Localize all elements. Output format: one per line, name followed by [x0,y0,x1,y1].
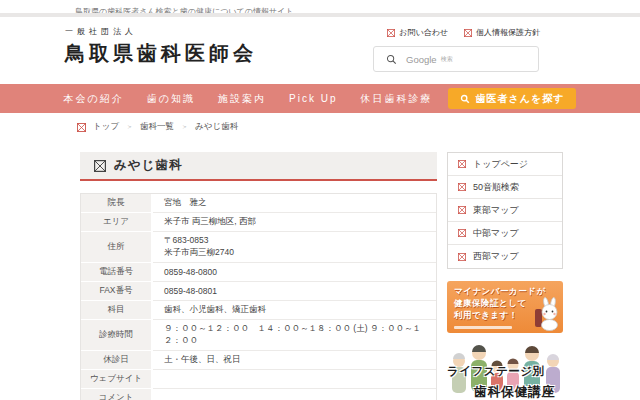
table-row-value: 宮地 雅之 [153,194,436,213]
broken-image-icon [387,29,395,37]
table-row: 電話番号 0859-48-0800 [81,263,436,282]
header: 一般社団法人 鳥取県歯科医師会 お問い合わせ 個人情報保護方針 Google 検… [0,17,640,84]
nav-item[interactable]: 本会の紹介 [64,92,124,106]
nav-item[interactable]: 施設案内 [218,92,266,106]
banner-lifestage-title: ライフステージ別 [447,364,545,379]
table-row-value: 米子市 両三柳地区, 西部 [153,213,436,232]
rabbit-mascot-icon [534,297,560,331]
broken-image-icon [458,253,466,261]
breadcrumb-separator: ＞ [126,122,133,132]
sidebar-menu-item[interactable]: トップページ [448,153,562,176]
table-row-label: 休診日 [81,351,153,370]
banner-lifestage-subtitle: 歯科保健講座 [474,383,555,400]
breadcrumb-home[interactable]: トップ [93,121,119,133]
broken-image-icon [77,123,86,132]
find-dentist-button-label: 歯医者さんを探す [475,92,564,106]
table-row-value: 0859-48-0800 [153,263,436,282]
nav-item[interactable]: Pick Up [289,93,337,104]
sidebar-menu-item[interactable]: 中部マップ [448,222,562,245]
broken-image-icon [458,183,466,191]
clinic-title-bar: みやじ歯科 [80,152,437,181]
sidebar-menu-item[interactable]: 東部マップ [448,199,562,222]
broken-image-icon [458,229,466,237]
contact-link-label: お問い合わせ [399,27,448,38]
sidebar-menu-item-label: 中部マップ [473,227,519,240]
table-row-value: 歯科、小児歯科、矯正歯科 [153,301,436,320]
table-row: エリア 米子市 両三柳地区, 西部 [81,213,436,232]
site-tagline-bar: 鳥取県の歯科医者さん検索と歯の健康についての情報サイト [0,0,640,13]
table-row-value: ９：００～１２：００ １４：００～１８：００ (土) ９：００～１２：００ [153,320,436,351]
main-nav-items: 本会の紹介 歯の知識 施設案内 Pick Up 休日歯科診療 [64,92,433,106]
find-dentist-button[interactable]: 歯医者さんを探す [448,88,576,109]
privacy-policy-link[interactable]: 個人情報保護方針 [464,27,540,38]
org-name-label: 鳥取県歯科医師会 [65,40,257,67]
table-row-label: 院長 [81,194,153,213]
sidebar-menu-item-label: 西部マップ [473,250,519,263]
search-icon [386,54,397,65]
main-nav: 本会の紹介 歯の知識 施設案内 Pick Up 休日歯科診療 歯医者さんを探す [0,84,640,113]
breadcrumb: トップ ＞ 歯科一覧 ＞ みやじ歯科 [77,121,238,133]
table-row-value: 0859-48-0801 [153,282,436,301]
table-row-label: コメント [81,389,153,400]
broken-image-icon [464,29,472,37]
table-row-value [153,389,436,400]
google-search-input[interactable]: Google 検索 [373,46,539,72]
broken-image-icon [458,160,466,168]
search-placeholder-brand: Google [406,54,437,65]
sidebar-menu-item-label: 50音順検索 [473,181,519,194]
table-row: 科目 歯科、小児歯科、矯正歯科 [81,301,436,320]
table-row: ウェブサイト [81,370,436,389]
banner-url-stripe [454,326,512,329]
table-row-label: FAX番号 [81,282,153,301]
table-row-label: エリア [81,213,153,232]
broken-image-icon [458,206,466,214]
header-links: お問い合わせ 個人情報保護方針 [387,27,540,38]
sidebar-menu: トップページ 50音順検索 東部マップ 中部マップ [447,152,563,269]
table-row: 診療時間 ９：００～１２：００ １４：００～１８：００ (土) ９：００～１２：… [81,320,436,351]
sidebar-menu-item[interactable]: 西部マップ [448,245,562,268]
site-logo[interactable]: 一般社団法人 鳥取県歯科医師会 [65,26,257,67]
table-row-value: 土・午後、日、祝日 [153,351,436,370]
contact-link[interactable]: お問い合わせ [387,27,448,38]
table-row: 休診日 土・午後、日、祝日 [81,351,436,370]
main-content: みやじ歯科 院長 宮地 雅之 エリア 米子市 両三柳地区, 西部 住所 〒683… [80,152,437,400]
table-row-label: 住所 [81,232,153,263]
table-row: コメント [81,389,436,400]
nav-item[interactable]: 休日歯科診療 [360,92,432,106]
table-row-value: 〒683-0853 米子市両三柳2740 [153,232,436,263]
sidebar: トップページ 50音順検索 東部マップ 中部マップ [447,152,563,400]
breadcrumb-separator: ＞ [181,122,188,132]
table-row-label: ウェブサイト [81,370,153,389]
table-row: 院長 宮地 雅之 [81,194,436,213]
sidebar-menu-item[interactable]: 50音順検索 [448,176,562,199]
lifestage-lecture-banner[interactable]: ライフステージ別 歯科保健講座 [447,341,563,400]
search-icon [460,94,470,104]
breadcrumb-list[interactable]: 歯科一覧 [140,121,174,133]
breadcrumb-current: みやじ歯科 [195,121,238,133]
sidebar-menu-item-label: 東部マップ [473,204,519,217]
table-row-label: 電話番号 [81,263,153,282]
table-row-value [153,370,436,389]
broken-image-icon [94,160,106,172]
table-row-label: 診療時間 [81,320,153,351]
mynumber-insurance-banner[interactable]: マイナンバーカードが 健康保険証として 利用できます！ [447,281,563,333]
table-row: FAX番号 0859-48-0801 [81,282,436,301]
org-type-label: 一般社団法人 [65,26,257,37]
search-placeholder-label: 検索 [441,55,453,64]
privacy-policy-link-label: 個人情報保護方針 [476,27,540,38]
table-row-label: 科目 [81,301,153,320]
sidebar-menu-item-label: トップページ [473,158,528,171]
clinic-title: みやじ歯科 [114,157,182,174]
nav-item[interactable]: 歯の知識 [147,92,195,106]
clinic-info-table: 院長 宮地 雅之 エリア 米子市 両三柳地区, 西部 住所 〒683-0853 … [80,193,437,400]
table-row: 住所 〒683-0853 米子市両三柳2740 [81,232,436,263]
